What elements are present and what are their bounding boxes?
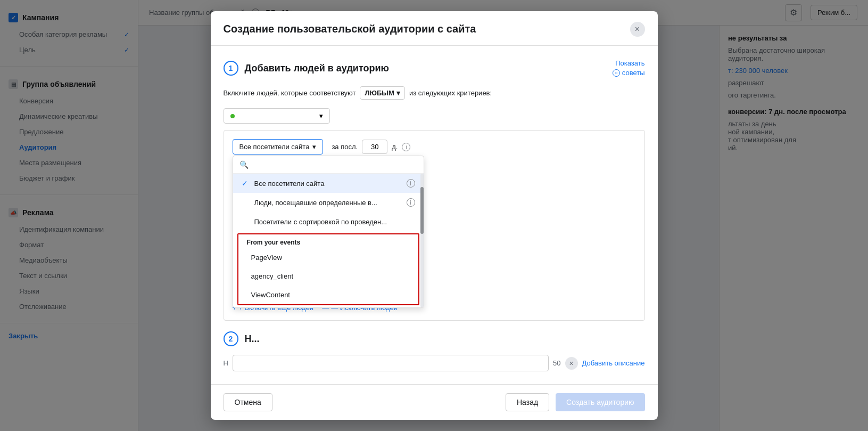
pixel-dropdown[interactable]: ▾ (224, 108, 330, 124)
show-tips-line2: ○ советы (613, 68, 645, 78)
days-input[interactable] (362, 140, 387, 154)
dropdown-panel: 🔍 ✓ Все посетители сайта i (233, 156, 424, 308)
rule-row: Все посетители сайта ▾ 🔍 (233, 139, 636, 154)
visitors-wrapper: Все посетители сайта ▾ 🔍 (233, 139, 324, 154)
section1-title: Добавить людей в аудиторию (245, 63, 389, 74)
criteria-text: Включите людей, которые соответствуют (224, 89, 356, 97)
pixel-chevron-icon: ▾ (319, 112, 323, 120)
show-tips-line1: Показать (613, 59, 645, 68)
search-input[interactable] (253, 161, 417, 169)
scrollbar-track (420, 174, 424, 307)
back-button[interactable]: Назад (506, 393, 549, 411)
info-icon-all-visitors: i (407, 179, 415, 188)
criteria-row: Включите людей, которые соответствуют ЛЮ… (224, 86, 645, 100)
footer-right: Назад Создать аудиторию (506, 393, 645, 411)
dropdown-item-pageview[interactable]: PageView (238, 248, 418, 267)
modal-close-button[interactable]: × (630, 22, 645, 37)
rule-box: Все посетители сайта ▾ 🔍 (224, 130, 645, 321)
dropdown-item-specific-pages[interactable]: ✓ Люди, посещавшие определенные в... i (233, 193, 424, 212)
section2: 2 Н... Н 50 × Добавить описание (224, 331, 645, 371)
visitors-chevron-icon: ▾ (312, 143, 316, 151)
search-icon: 🔍 (239, 160, 249, 169)
modal-footer: Отмена Назад Создать аудиторию (211, 384, 658, 420)
tips-circle-icon: ○ (613, 69, 620, 77)
dropdown-item-specific-pages-label: Люди, посещавшие определенные в... (254, 199, 377, 207)
chevron-down-icon: ▾ (396, 89, 400, 97)
modal-header: Создание пользовательской аудитории с са… (211, 11, 658, 46)
section1-number: 1 (224, 61, 238, 76)
cancel-button[interactable]: Отмена (224, 393, 272, 411)
scrollbar-thumb (420, 187, 424, 234)
pixel-name (238, 112, 316, 120)
any-label: ЛЮБЫМ (365, 89, 394, 97)
info-icon-specific-pages: i (407, 198, 415, 207)
pixel-selector: ▾ (224, 108, 645, 124)
dropdown-item-all-visitors-label: Все посетители сайта (254, 180, 325, 188)
dropdown-item-sort-by-time-label: Посетители с сортировкой по проведен... (254, 218, 387, 226)
clear-name-button[interactable]: × (565, 357, 578, 370)
section1-header: 1 Добавить людей в аудиторию Показать ○ … (224, 59, 645, 78)
dropdown-item-all-visitors[interactable]: ✓ Все посетители сайта i (233, 174, 424, 193)
check-icon-all-visitors: ✓ (242, 179, 250, 188)
events-group-box: From your events PageView agency_client … (237, 233, 419, 305)
days-label: за посл. (332, 143, 358, 151)
name-prefix: Н (224, 359, 228, 367)
dropdown-list: ✓ Все посетители сайта i ✓ Люди, посещав… (233, 174, 424, 307)
visitors-selected-label: Все посетители сайта (239, 143, 310, 151)
dropdown-item-agency-client[interactable]: agency_client (238, 267, 418, 286)
section2-title: Н... (245, 334, 260, 345)
events-group-label: From your events (238, 234, 418, 248)
criteria-suffix: из следующих критериев: (409, 89, 492, 97)
green-dot-icon (230, 114, 235, 118)
modal-title: Создание пользовательской аудитории с са… (224, 23, 476, 35)
add-description-link[interactable]: Добавить описание (582, 359, 645, 367)
modal-body: 1 Добавить людей в аудиторию Показать ○ … (211, 46, 658, 384)
visitors-dropdown[interactable]: Все посетители сайта ▾ (233, 139, 324, 154)
section2-header: 2 Н... (224, 331, 645, 346)
char-count: 50 (553, 359, 560, 367)
name-row: Н 50 × Добавить описание (224, 355, 645, 371)
show-tips-link[interactable]: Показать ○ советы (613, 59, 645, 78)
modal: Создание пользовательской аудитории с са… (211, 11, 658, 420)
create-audience-button[interactable]: Создать аудиторию (556, 393, 644, 411)
dropdown-item-viewcontent[interactable]: ViewContent (238, 286, 418, 304)
any-dropdown[interactable]: ЛЮБЫМ ▾ (360, 86, 404, 100)
dropdown-item-sort-by-time[interactable]: ✓ Посетители с сортировкой по проведен..… (233, 212, 424, 231)
days-suffix: д. (392, 143, 398, 151)
section2-number: 2 (224, 331, 238, 346)
dropdown-search: 🔍 (233, 156, 424, 174)
modal-overlay: Создание пользовательской аудитории с са… (0, 0, 868, 431)
audience-name-input[interactable] (233, 355, 549, 371)
info-icon-days: i (402, 143, 410, 151)
